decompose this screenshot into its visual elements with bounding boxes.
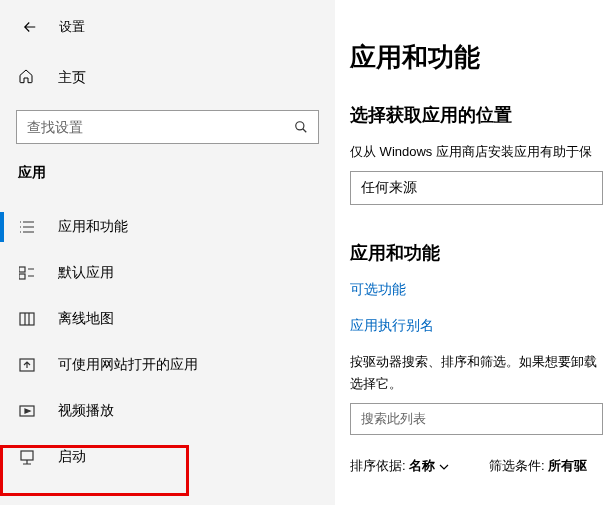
nav-label: 应用和功能 [58, 218, 128, 236]
search-list-placeholder: 搜索此列表 [361, 410, 426, 428]
list-icon [18, 219, 36, 235]
svg-rect-1 [19, 267, 25, 272]
svg-rect-3 [20, 313, 34, 325]
chevron-down-icon [439, 463, 449, 471]
search-icon [294, 120, 308, 134]
section2-heading: 应用和功能 [350, 241, 603, 265]
defaults-icon [18, 265, 36, 281]
filter-desc: 按驱动器搜索、排序和筛选。如果想要卸载 [350, 353, 603, 371]
window-title: 设置 [59, 18, 85, 36]
nav-label: 默认应用 [58, 264, 114, 282]
home-icon [18, 68, 36, 88]
app-alias-link[interactable]: 应用执行别名 [350, 317, 603, 335]
page-heading: 应用和功能 [350, 40, 603, 75]
nav-label: 可使用网站打开的应用 [58, 356, 198, 374]
svg-rect-6 [21, 451, 33, 460]
source-select[interactable]: 任何来源 [350, 171, 603, 205]
sidebar-item-default-apps[interactable]: 默认应用 [0, 250, 335, 296]
filter-desc2: 选择它。 [350, 375, 603, 393]
nav-label: 离线地图 [58, 310, 114, 328]
search-input[interactable] [27, 119, 294, 135]
source-desc: 仅从 Windows 应用商店安装应用有助于保 [350, 143, 603, 161]
sidebar: 设置 主页 应用 应用和功能 默认应用 [0, 0, 335, 505]
back-button[interactable] [15, 12, 45, 42]
sidebar-item-offline-maps[interactable]: 离线地图 [0, 296, 335, 342]
map-icon [18, 311, 36, 327]
nav-label: 启动 [58, 448, 86, 466]
search-settings-box[interactable] [16, 110, 319, 144]
svg-point-0 [296, 122, 304, 130]
filter-control[interactable]: 筛选条件: 所有驱 [489, 457, 587, 475]
open-icon [18, 357, 36, 373]
section-label: 应用 [0, 164, 335, 182]
source-value: 任何来源 [361, 179, 417, 197]
home-label: 主页 [58, 69, 86, 87]
sidebar-item-startup[interactable]: 启动 [0, 434, 335, 480]
video-icon [18, 403, 36, 419]
sort-control[interactable]: 排序依据: 名称 [350, 457, 449, 475]
search-list-input[interactable]: 搜索此列表 [350, 403, 603, 435]
source-heading: 选择获取应用的位置 [350, 103, 603, 127]
sidebar-item-video-playback[interactable]: 视频播放 [0, 388, 335, 434]
sidebar-item-website-apps[interactable]: 可使用网站打开的应用 [0, 342, 335, 388]
main-content: 应用和功能 选择获取应用的位置 仅从 Windows 应用商店安装应用有助于保 … [335, 0, 603, 505]
sidebar-item-apps-features[interactable]: 应用和功能 [0, 204, 335, 250]
optional-features-link[interactable]: 可选功能 [350, 281, 603, 299]
arrow-left-icon [21, 18, 39, 36]
nav-label: 视频播放 [58, 402, 114, 420]
sidebar-home[interactable]: 主页 [0, 54, 335, 102]
startup-icon [18, 449, 36, 465]
svg-rect-2 [19, 274, 25, 279]
